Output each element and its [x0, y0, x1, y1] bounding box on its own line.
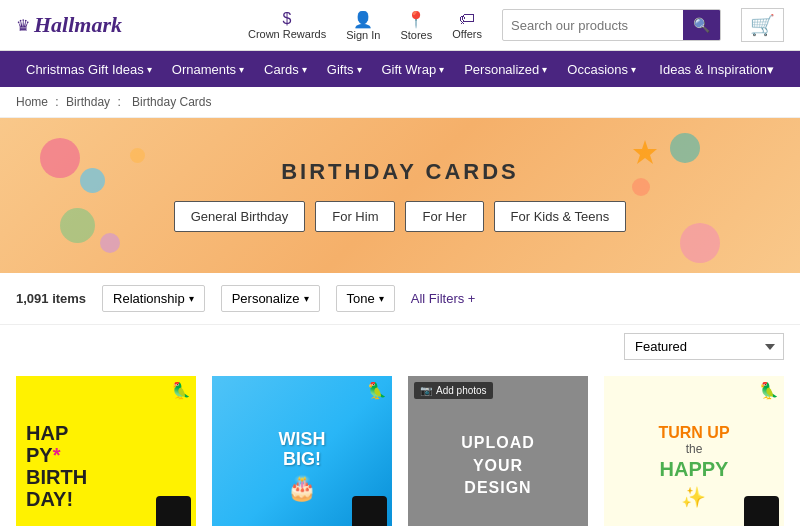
dollar-icon: $ [283, 10, 292, 28]
filter-bar: 1,091 items Relationship ▾ Personalize ▾… [0, 273, 800, 325]
all-filters-button[interactable]: All Filters + [411, 291, 476, 306]
deco-circle-2 [80, 168, 105, 193]
bird-deco-icon: 🦜 [171, 381, 191, 400]
personalize-filter[interactable]: Personalize ▾ [221, 285, 320, 312]
breadcrumb-sep1: : [55, 95, 58, 109]
search-button[interactable]: 🔍 [683, 10, 720, 40]
location-icon: 📍 [406, 10, 426, 29]
filter-for-him[interactable]: For Him [315, 201, 395, 232]
sign-in-label: Sign In [346, 29, 380, 41]
chevron-down-icon: ▾ [189, 293, 194, 304]
product-card: HAP PY* BIRTH DAY! venmo 🦜 ADD TO CART $… [8, 368, 204, 526]
tone-filter[interactable]: Tone ▾ [336, 285, 395, 312]
breadcrumb: Home : Birthday : Birthday Cards [0, 87, 800, 118]
nav-personalized[interactable]: Personalized ▾ [454, 51, 557, 87]
nav-gift-wrap[interactable]: Gift Wrap ▾ [372, 51, 455, 87]
nav-ideas-inspiration[interactable]: Ideas & Inspiration ▾ [649, 51, 784, 87]
deco-circle-4 [60, 208, 95, 243]
product-card: TURN UP the HAPPY ✨ venmo 🦜 ADD TO CART … [596, 368, 792, 526]
chevron-down-icon: ▾ [239, 64, 244, 75]
search-bar: 🔍 [502, 9, 721, 41]
product-card: WISH BIG! 🎂 venmo 🦜 ADD TO CART $4.99 Wi… [204, 368, 400, 526]
nav-cards[interactable]: Cards ▾ [254, 51, 317, 87]
sort-select[interactable]: Featured Price: Low to High Price: High … [624, 333, 784, 360]
filter-for-her[interactable]: For Her [405, 201, 483, 232]
deco-circle-6 [670, 133, 700, 163]
user-icon: 👤 [353, 10, 373, 29]
phone-overlay [352, 496, 387, 526]
sign-in-link[interactable]: 👤 Sign In [346, 10, 380, 41]
product-card: UPLOADYOURDESIGN 📷 Add photos PERSONALIZ… [400, 368, 596, 526]
item-count: 1,091 items [16, 291, 86, 306]
chevron-down-icon: ▾ [767, 62, 774, 77]
product-image: UPLOADYOURDESIGN 📷 Add photos [408, 376, 588, 526]
offers-link[interactable]: 🏷 Offers [452, 10, 482, 40]
chevron-down-icon: ▾ [304, 293, 309, 304]
product-visual-turn-up: TURN UP the HAPPY ✨ venmo 🦜 [604, 376, 784, 526]
filter-for-kids-teens[interactable]: For Kids & Teens [494, 201, 627, 232]
product-visual-wish-big: WISH BIG! 🎂 venmo 🦜 [212, 376, 392, 526]
stores-label: Stores [400, 29, 432, 41]
hero-title: BIRTHDAY CARDS [281, 159, 519, 185]
product-visual-happy-birthday: HAP PY* BIRTH DAY! venmo 🦜 [16, 376, 196, 526]
stores-link[interactable]: 📍 Stores [400, 10, 432, 41]
product-image: WISH BIG! 🎂 venmo 🦜 [212, 376, 392, 526]
bird-deco-icon: 🦜 [759, 381, 779, 400]
breadcrumb-birthday[interactable]: Birthday [66, 95, 110, 109]
nav-ornaments[interactable]: Ornaments ▾ [162, 51, 254, 87]
main-navigation: Christmas Gift Ideas ▾ Ornaments ▾ Cards… [0, 51, 800, 87]
chevron-down-icon: ▾ [439, 64, 444, 75]
product-image: TURN UP the HAPPY ✨ venmo 🦜 [604, 376, 784, 526]
tag-icon: 🏷 [459, 10, 475, 28]
add-photos-badge: 📷 Add photos [414, 382, 493, 399]
crown-rewards-label: Crown Rewards [248, 28, 326, 40]
crown-rewards-link[interactable]: $ Crown Rewards [248, 10, 326, 40]
phone-overlay [156, 496, 191, 526]
product-image: HAP PY* BIRTH DAY! venmo 🦜 [16, 376, 196, 526]
nav-occasions[interactable]: Occasions ▾ [557, 51, 646, 87]
chevron-down-icon: ▾ [357, 64, 362, 75]
search-input[interactable] [503, 14, 683, 37]
chevron-down-icon: ▾ [147, 64, 152, 75]
deco-circle-8 [680, 223, 720, 263]
nav-icons-group: $ Crown Rewards 👤 Sign In 📍 Stores 🏷 Off… [248, 8, 784, 42]
deco-circle-7 [632, 178, 650, 196]
filter-general-birthday[interactable]: General Birthday [174, 201, 306, 232]
product-grid: HAP PY* BIRTH DAY! venmo 🦜 ADD TO CART $… [0, 368, 800, 526]
hero-filter-buttons: General Birthday For Him For Her For Kid… [174, 201, 627, 232]
logo[interactable]: ♛ Hallmark [16, 12, 122, 38]
cart-button[interactable]: 🛒 [741, 8, 784, 42]
camera-icon: 📷 [420, 385, 432, 396]
bird-deco-icon: 🦜 [367, 381, 387, 400]
deco-circle-3 [130, 148, 145, 163]
star-burst-icon: ✨ [658, 485, 729, 509]
hero-banner: BIRTHDAY CARDS General Birthday For Him … [0, 118, 800, 273]
breadcrumb-sep2: : [117, 95, 120, 109]
nav-christmas[interactable]: Christmas Gift Ideas ▾ [16, 51, 162, 87]
deco-circle-5 [100, 233, 120, 253]
sort-bar: Featured Price: Low to High Price: High … [0, 325, 800, 368]
star-deco [630, 138, 660, 168]
breadcrumb-current: Birthday Cards [132, 95, 211, 109]
logo-text: Hallmark [34, 12, 122, 38]
chevron-down-icon: ▾ [379, 293, 384, 304]
chevron-down-icon: ▾ [302, 64, 307, 75]
cake-icon: 🎂 [279, 474, 326, 502]
nav-gifts[interactable]: Gifts ▾ [317, 51, 372, 87]
top-navigation: ♛ Hallmark $ Crown Rewards 👤 Sign In 📍 S… [0, 0, 800, 51]
deco-circle-1 [40, 138, 80, 178]
relationship-filter[interactable]: Relationship ▾ [102, 285, 205, 312]
breadcrumb-home[interactable]: Home [16, 95, 48, 109]
chevron-down-icon: ▾ [542, 64, 547, 75]
crown-icon: ♛ [16, 16, 30, 35]
phone-overlay [744, 496, 779, 526]
offers-label: Offers [452, 28, 482, 40]
svg-marker-0 [633, 140, 657, 164]
chevron-down-icon: ▾ [631, 64, 636, 75]
